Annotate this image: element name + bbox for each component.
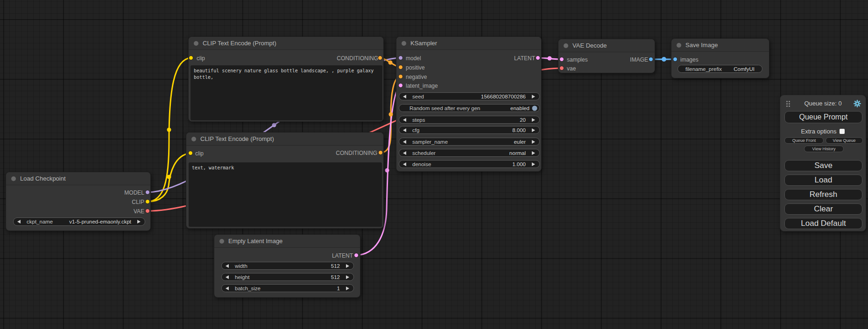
input-slot-clip: clip xyxy=(195,150,204,157)
decrement-arrow-icon[interactable] xyxy=(403,140,406,144)
widget-value: 512 xyxy=(331,274,340,280)
sampler-name-widget[interactable]: sampler_name euler xyxy=(399,138,540,146)
input-slot-model: model xyxy=(406,55,421,62)
increment-arrow-icon[interactable] xyxy=(532,162,535,166)
widget-value: normal xyxy=(509,150,526,156)
node-collapse-dot[interactable] xyxy=(11,176,16,181)
queue-front-button[interactable]: Queue Front xyxy=(784,137,824,144)
increment-arrow-icon[interactable] xyxy=(346,275,349,279)
increment-arrow-icon[interactable] xyxy=(532,151,535,155)
widget-label: filename_prefix xyxy=(685,66,722,72)
node-title-bar[interactable]: Save Image xyxy=(671,39,769,52)
increment-arrow-icon[interactable] xyxy=(532,95,535,98)
node-collapse-dot[interactable] xyxy=(191,137,196,141)
extra-options-label: Extra options xyxy=(801,128,837,135)
widget-label: denoise xyxy=(412,161,431,167)
widget-value: 512 xyxy=(331,263,340,269)
denoise-widget[interactable]: denoise 1.000 xyxy=(399,160,540,168)
wire-midpoint-dot xyxy=(167,175,171,179)
load-default-button[interactable]: Load Default xyxy=(784,218,862,229)
height-widget[interactable]: height 512 xyxy=(221,273,354,281)
ckpt-name-widget[interactable]: ckpt_name v1-5-pruned-emaonly.ckpt xyxy=(13,217,145,226)
decrement-arrow-icon[interactable] xyxy=(403,162,406,166)
decrement-arrow-icon[interactable] xyxy=(403,128,406,132)
input-slot-images: images xyxy=(680,56,699,63)
queue-prompt-button[interactable]: Queue Prompt xyxy=(784,111,862,123)
increment-arrow-icon[interactable] xyxy=(137,220,141,224)
random-seed-toggle-widget[interactable]: Random seed after every gen enabled xyxy=(399,104,540,112)
output-slot-conditioning: CONDITIONING xyxy=(331,149,377,157)
node-title-bar[interactable]: VAE Decode xyxy=(558,39,655,52)
widget-label: sampler_name xyxy=(412,139,448,145)
view-history-button[interactable]: View History xyxy=(804,146,844,152)
node-clip-text-encode-negative[interactable]: CLIP Text Encode (Prompt) clip CONDITION… xyxy=(186,132,384,229)
decrement-arrow-icon[interactable] xyxy=(403,151,406,155)
input-slot-positive: positive xyxy=(406,64,425,71)
node-title-bar[interactable]: Empty Latent Image xyxy=(214,235,360,248)
node-collapse-dot[interactable] xyxy=(219,239,224,244)
scheduler-widget[interactable]: scheduler normal xyxy=(399,149,540,157)
node-save-image[interactable]: Save Image images filename_prefix ComfyU… xyxy=(671,38,769,78)
input-slot-negative: negative xyxy=(406,73,427,81)
widget-label: cfg xyxy=(412,127,419,133)
node-ksampler[interactable]: KSampler model positive negative latent_… xyxy=(396,36,542,172)
node-graph-canvas[interactable]: CLIP Text Encode (Prompt) clip CONDITION… xyxy=(0,0,868,329)
wire-clip-to-positive-prompt xyxy=(148,58,191,202)
node-load-checkpoint[interactable]: Load Checkpoint MODEL CLIP VAE ckpt_name… xyxy=(6,172,151,231)
prompt-textarea[interactable]: text, watermark xyxy=(189,162,382,227)
seed-widget[interactable]: seed 156680208700286 xyxy=(399,92,540,100)
increment-arrow-icon[interactable] xyxy=(346,264,349,268)
extra-options-checkbox[interactable] xyxy=(840,129,845,134)
input-slot-latent-image: latent_image xyxy=(406,82,438,90)
decrement-arrow-icon[interactable] xyxy=(226,275,229,279)
node-vae-decode[interactable]: VAE Decode samples vae IMAGE xyxy=(558,39,655,73)
node-title: VAE Decode xyxy=(572,42,607,49)
node-title: Load Checkpoint xyxy=(20,175,66,182)
increment-arrow-icon[interactable] xyxy=(532,140,535,144)
view-queue-button[interactable]: View Queue xyxy=(826,137,863,144)
extra-options-row: Extra options xyxy=(780,128,866,135)
increment-arrow-icon[interactable] xyxy=(346,287,349,290)
node-title-bar[interactable]: CLIP Text Encode (Prompt) xyxy=(189,37,383,50)
decrement-arrow-icon[interactable] xyxy=(226,264,229,268)
increment-arrow-icon[interactable] xyxy=(532,128,535,132)
wire-midpoint-dot xyxy=(548,56,552,61)
decrement-arrow-icon[interactable] xyxy=(403,118,406,122)
node-title: CLIP Text Encode (Prompt) xyxy=(200,135,274,142)
cfg-widget[interactable]: cfg 8.000 xyxy=(399,126,540,134)
node-title-bar[interactable]: KSampler xyxy=(396,37,541,50)
prompt-textarea[interactable]: beautiful scenery nature glass bottle la… xyxy=(191,65,382,120)
node-title-bar[interactable]: Load Checkpoint xyxy=(6,172,150,185)
decrement-arrow-icon[interactable] xyxy=(403,95,406,98)
widget-value: v1-5-pruned-emaonly.ckpt xyxy=(69,219,131,224)
width-widget[interactable]: width 512 xyxy=(221,262,354,270)
settings-gear-icon[interactable] xyxy=(854,100,861,107)
widget-value: ComfyUI xyxy=(734,66,755,72)
increment-arrow-icon[interactable] xyxy=(532,118,535,122)
node-collapse-dot[interactable] xyxy=(677,43,681,48)
node-collapse-dot[interactable] xyxy=(564,43,568,48)
refresh-button[interactable]: Refresh xyxy=(784,189,862,200)
input-slot-vae: vae xyxy=(567,65,576,72)
widget-value: euler xyxy=(514,139,526,145)
load-button[interactable]: Load xyxy=(784,175,862,186)
node-title-bar[interactable]: CLIP Text Encode (Prompt) xyxy=(186,133,383,146)
filename-prefix-widget[interactable]: filename_prefix ComfyUI xyxy=(677,65,762,73)
wire-clip-to-negative-prompt xyxy=(148,153,191,202)
widget-label: seed xyxy=(412,94,424,99)
node-empty-latent-image[interactable]: Empty Latent Image LATENT width 512 heig… xyxy=(214,234,360,298)
decrement-arrow-icon[interactable] xyxy=(226,287,229,290)
wire-midpoint-dot xyxy=(272,123,276,127)
widget-value: 20 xyxy=(520,117,526,123)
decrement-arrow-icon[interactable] xyxy=(17,220,21,224)
node-clip-text-encode-positive[interactable]: CLIP Text Encode (Prompt) clip CONDITION… xyxy=(188,36,384,122)
output-slot-vae: VAE xyxy=(98,208,144,215)
clear-button[interactable]: Clear xyxy=(784,203,862,215)
toggle-indicator-icon[interactable] xyxy=(532,105,537,111)
save-button[interactable]: Save xyxy=(784,160,862,171)
node-collapse-dot[interactable] xyxy=(402,41,406,46)
batch-size-widget[interactable]: batch_size 1 xyxy=(221,284,354,292)
steps-widget[interactable]: steps 20 xyxy=(399,116,540,124)
output-slot-latent: LATENT xyxy=(306,252,353,259)
node-collapse-dot[interactable] xyxy=(194,41,198,46)
